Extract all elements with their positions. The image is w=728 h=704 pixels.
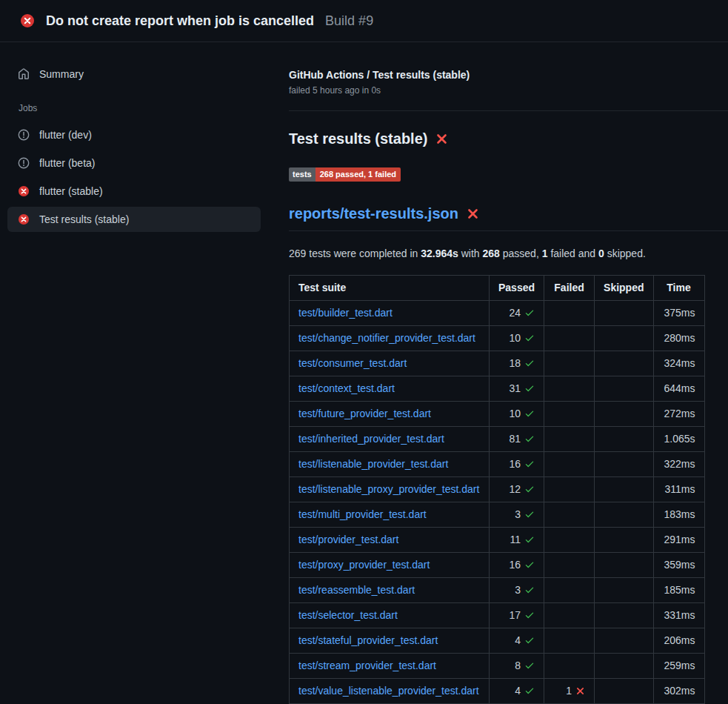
- time-cell: 331ms: [653, 603, 704, 628]
- time-cell: 359ms: [653, 553, 704, 578]
- sidebar-item-test-results-stable[interactable]: Test results (stable): [7, 207, 261, 232]
- test-suite-row: test/context_test.dart31644ms: [290, 376, 705, 402]
- passed-count: 8: [515, 660, 521, 671]
- x-circle-fill-icon: [18, 185, 30, 197]
- check-icon: [524, 585, 535, 595]
- time-cell: 206ms: [653, 628, 704, 654]
- time-cell: 322ms: [653, 452, 704, 477]
- tests-badge: tests 268 passed, 1 failed: [289, 167, 401, 182]
- summary-text: passed,: [500, 248, 542, 259]
- section-title-text: Test results (stable): [289, 130, 427, 147]
- x-circle-fill-icon: [18, 213, 30, 225]
- passed-count: 10: [509, 332, 521, 344]
- suite-link[interactable]: test/consumer_test.dart: [298, 357, 407, 369]
- time-cell: 259ms: [653, 654, 704, 679]
- skipped-cell: [595, 301, 653, 326]
- skipped-cell: [595, 452, 653, 477]
- suite-link[interactable]: test/provider_test.dart: [298, 534, 398, 545]
- results-table-body: test/builder_test.dart24375mstest/change…: [290, 301, 705, 704]
- suite-cell: test/proxy_provider_test.dart: [290, 553, 490, 578]
- time-cell: 302ms: [653, 679, 704, 704]
- sidebar-item-flutter-beta[interactable]: flutter (beta): [7, 150, 261, 176]
- suite-link[interactable]: test/inherited_provider_test.dart: [298, 433, 444, 445]
- skipped-cell: [595, 628, 653, 654]
- passed-cell: 11: [490, 528, 544, 553]
- suite-link[interactable]: test/stateful_provider_test.dart: [298, 634, 438, 646]
- suite-link[interactable]: test/reassemble_test.dart: [298, 584, 415, 596]
- check-icon: [524, 434, 535, 444]
- time-cell: 185ms: [653, 578, 704, 603]
- passed-cell: 8: [490, 654, 544, 679]
- check-icon: [524, 635, 535, 645]
- suite-cell: test/listenable_provider_test.dart: [290, 452, 490, 477]
- skipped-cell: [595, 603, 653, 628]
- time-cell: 291ms: [653, 528, 704, 553]
- main-content: GitHub Actions / Test results (stable) f…: [289, 42, 728, 704]
- skipped-cell: [595, 553, 653, 578]
- suite-link[interactable]: test/stream_provider_test.dart: [298, 660, 436, 671]
- summary-text: with: [458, 248, 483, 259]
- col-header-test-suite: Test suite: [290, 276, 490, 301]
- test-suite-row: test/selector_test.dart17331ms: [290, 603, 705, 628]
- check-icon: [524, 660, 535, 671]
- x-icon: [575, 686, 585, 696]
- suite-cell: test/selector_test.dart: [290, 603, 490, 628]
- suite-link[interactable]: test/change_notifier_provider_test.dart: [298, 332, 475, 344]
- suite-link[interactable]: test/listenable_proxy_provider_test.dart: [298, 483, 479, 495]
- suite-link[interactable]: test/future_provider_test.dart: [298, 408, 431, 419]
- failed-cell: [544, 301, 595, 326]
- suite-link[interactable]: test/context_test.dart: [298, 382, 395, 394]
- sidebar-item-flutter-dev[interactable]: flutter (dev): [7, 122, 261, 147]
- jobs-section-label: Jobs: [19, 103, 261, 113]
- col-header-passed: Passed: [490, 276, 544, 301]
- suite-link[interactable]: test/value_listenable_provider_test.dart: [298, 685, 479, 697]
- suite-cell: test/future_provider_test.dart: [290, 402, 490, 427]
- passed-cell: 81: [490, 427, 544, 452]
- failed-status-icon: [20, 13, 35, 28]
- check-icon: [524, 459, 535, 469]
- passed-cell: 17: [490, 603, 544, 628]
- skipped-cell: [595, 402, 653, 427]
- table-header-row: Test suite Passed Failed Skipped Time: [290, 276, 705, 301]
- check-icon: [524, 383, 535, 393]
- passed-count: 4: [515, 634, 521, 646]
- failed-cell: [544, 528, 595, 553]
- test-suite-row: test/proxy_provider_test.dart16359ms: [290, 553, 705, 578]
- warning-circle-icon: [18, 129, 30, 141]
- time-cell: 644ms: [653, 376, 704, 402]
- check-icon: [524, 534, 535, 545]
- sidebar-item-flutter-stable[interactable]: flutter (stable): [7, 179, 261, 204]
- build-number: Build #9: [325, 13, 373, 29]
- sidebar-item-summary[interactable]: Summary: [7, 62, 261, 87]
- failed-cell: [544, 402, 595, 427]
- test-suite-row: test/provider_test.dart11291ms: [290, 528, 705, 553]
- failed-cell: [544, 351, 595, 376]
- check-icon: [524, 509, 535, 519]
- summary-text: failed and: [548, 248, 599, 259]
- suite-link[interactable]: test/selector_test.dart: [298, 609, 398, 621]
- passed-count: 16: [509, 559, 521, 571]
- test-suite-row: test/change_notifier_provider_test.dart1…: [290, 326, 705, 351]
- failed-cell: [544, 654, 595, 679]
- passed-cell: 4: [490, 679, 544, 704]
- passed-cell: 31: [490, 376, 544, 402]
- suite-cell: test/consumer_test.dart: [290, 351, 490, 376]
- suite-link[interactable]: test/listenable_provider_test.dart: [298, 458, 448, 470]
- summary-passed-count: 268: [483, 248, 500, 259]
- suite-cell: test/stream_provider_test.dart: [290, 654, 490, 679]
- test-results-table: Test suite Passed Failed Skipped Time te…: [289, 275, 705, 704]
- test-suite-row: test/consumer_test.dart18324ms: [290, 351, 705, 376]
- run-meta: failed 5 hours ago in 0s: [289, 85, 728, 96]
- passed-cell: 3: [490, 502, 544, 528]
- col-header-time: Time: [653, 276, 704, 301]
- report-link[interactable]: reports/test-results.json: [289, 205, 458, 222]
- passed-cell: 10: [490, 326, 544, 351]
- suite-link[interactable]: test/multi_provider_test.dart: [298, 508, 427, 520]
- suite-link[interactable]: test/proxy_provider_test.dart: [298, 559, 430, 571]
- check-icon: [524, 559, 535, 570]
- suite-link[interactable]: test/builder_test.dart: [298, 307, 393, 319]
- check-icon: [524, 333, 535, 343]
- build-title: Do not create report when job is cancell…: [46, 13, 314, 29]
- failed-cell: 1: [544, 679, 595, 704]
- suite-cell: test/reassemble_test.dart: [290, 578, 490, 603]
